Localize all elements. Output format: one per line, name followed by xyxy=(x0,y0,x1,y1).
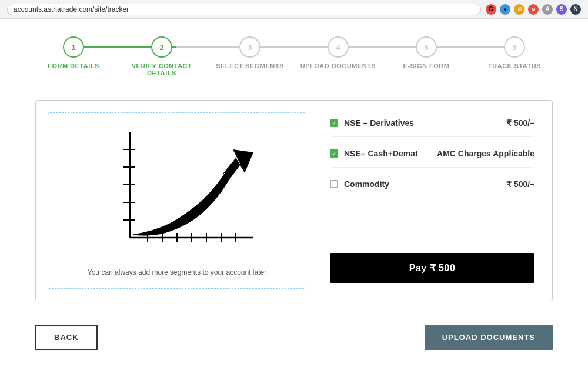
step-2: 2 VERIFY CONTACT DETAILS xyxy=(123,36,200,76)
pay-button[interactable]: Pay ₹ 500 xyxy=(330,253,534,283)
step-circle-1: 1 xyxy=(63,36,84,58)
chart-svg xyxy=(95,126,259,261)
address-bar: accounts.asthatrade.com/site/tracker G ●… xyxy=(0,0,588,19)
right-panel: NSE – Derivatives ₹ 500/– NSE– Cash+Dema… xyxy=(318,112,540,289)
segment-checkbox-nse-cash[interactable] xyxy=(330,149,338,158)
step-circle-5: 5 xyxy=(416,36,437,58)
step-circle-2: 2 xyxy=(151,36,172,58)
browser-icon-2: ● xyxy=(500,4,510,15)
chart-area xyxy=(60,125,294,262)
browser-icon-6: S xyxy=(556,4,567,15)
segment-item-nse-cash: NSE– Cash+Demat AMC Charges Applicable xyxy=(330,149,534,168)
step-6: 6 TRACK STATUS xyxy=(476,36,553,69)
browser-icon-4: N xyxy=(528,4,539,15)
chart-caption: You can always add more segments to your… xyxy=(88,268,266,276)
browser-icons: G ● अ N A S N xyxy=(486,4,581,15)
segment-price-nse-cash: AMC Charges Applicable xyxy=(437,149,534,158)
browser-icon-1: G xyxy=(486,4,496,15)
step-circle-6: 6 xyxy=(504,36,525,58)
segment-name-commodity: Commodity xyxy=(344,179,389,189)
segment-price-nse-derivatives: ₹ 500/– xyxy=(506,118,534,128)
step-label-1: FORM DETAILS xyxy=(48,62,99,69)
step-label-6: TRACK STATUS xyxy=(488,62,541,69)
segment-checkbox-commodity[interactable] xyxy=(330,180,338,188)
browser-icon-3: अ xyxy=(514,4,524,15)
segment-list: NSE – Derivatives ₹ 500/– NSE– Cash+Dema… xyxy=(330,118,534,198)
upload-documents-button[interactable]: UPLOAD DOCUMENTS xyxy=(425,325,553,350)
step-label-4: UPLOAD DOCUMENTS xyxy=(300,62,376,69)
step-3: 3 SELECT SEGMENTS xyxy=(212,36,288,69)
segment-price-commodity: ₹ 500/– xyxy=(506,179,534,189)
step-circle-3: 3 xyxy=(239,36,260,58)
stepper: 1 FORM DETAILS 2 VERIFY CONTACT DETAILS … xyxy=(0,19,588,88)
segment-left-1: NSE – Derivatives xyxy=(330,118,414,128)
segment-item-commodity: Commodity ₹ 500/– xyxy=(330,179,534,198)
footer: BACK UPLOAD DOCUMENTS xyxy=(0,313,588,362)
step-label-3: SELECT SEGMENTS xyxy=(216,62,284,69)
step-label-5: E-SIGN FORM xyxy=(403,62,450,69)
card-outer: You can always add more segments to your… xyxy=(35,100,553,301)
segment-checkbox-nse-derivatives[interactable] xyxy=(330,119,338,127)
step-1: 1 FORM DETAILS xyxy=(35,36,112,69)
main-content: You can always add more segments to your… xyxy=(0,88,588,313)
step-label-2: VERIFY CONTACT DETAILS xyxy=(132,62,192,76)
segment-item-nse-derivatives: NSE – Derivatives ₹ 500/– xyxy=(330,118,534,137)
segment-left-2: NSE– Cash+Demat xyxy=(330,149,418,158)
left-panel: You can always add more segments to your… xyxy=(48,112,306,289)
back-button[interactable]: BACK xyxy=(35,325,98,350)
segment-name-nse-derivatives: NSE – Derivatives xyxy=(344,118,414,128)
step-circle-4: 4 xyxy=(328,36,349,58)
browser-icon-7: N xyxy=(570,4,581,15)
step-5: 5 E-SIGN FORM xyxy=(388,36,465,69)
segment-name-nse-cash: NSE– Cash+Demat xyxy=(344,149,418,158)
browser-icon-5: A xyxy=(542,4,553,15)
segment-left-3: Commodity xyxy=(330,179,389,189)
url-text[interactable]: accounts.asthatrade.com/site/tracker xyxy=(7,4,481,15)
step-4: 4 UPLOAD DOCUMENTS xyxy=(300,36,376,69)
